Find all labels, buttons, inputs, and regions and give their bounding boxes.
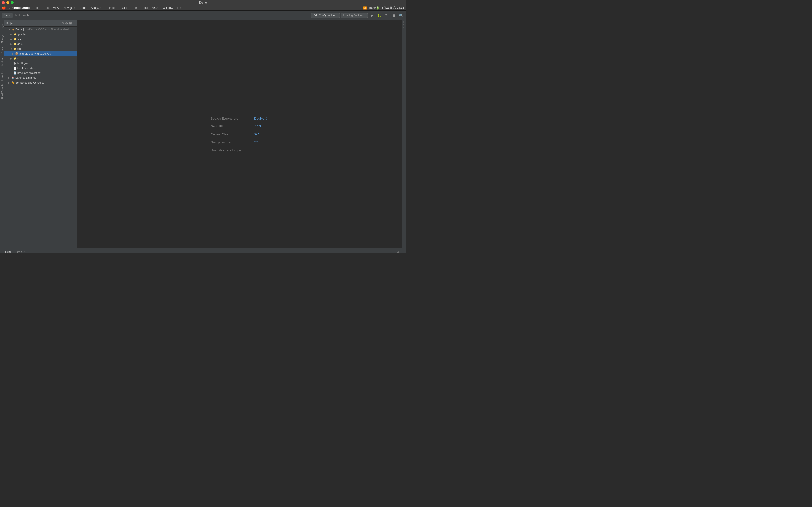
minimize-button[interactable]: [6, 1, 9, 4]
window-controls[interactable]: [2, 1, 13, 4]
right-sidebar: Gradle: [402, 20, 406, 248]
app-name-menu[interactable]: Android Studio: [8, 6, 32, 10]
tree-arrow-extlib: ▶: [8, 76, 11, 79]
tree-path-demo: ~/Desktop/GDT_unionNormal_Android...: [27, 28, 71, 31]
sync-button[interactable]: ⟳: [383, 12, 390, 18]
bottom-panel: Build Sync × ⚙ − ▶ ⟳ 🔍 ● Demo: failed at…: [0, 248, 406, 253]
edit-menu[interactable]: Edit: [42, 6, 51, 10]
build-tab[interactable]: Build: [2, 249, 13, 254]
jar-icon: 📦: [15, 52, 18, 55]
tree-label-aars: aars: [17, 43, 22, 45]
sync-tab-close[interactable]: ×: [24, 250, 26, 253]
settings-panel-icon[interactable]: ⚙: [65, 21, 68, 25]
editor-hints: Search Everywhere Double ⇧ Go to File ⇧⌘…: [211, 117, 268, 152]
bottom-tabs-bar: Build Sync × ⚙ −: [0, 248, 406, 253]
tree-label-src: src: [17, 57, 21, 60]
gear-panel-icon[interactable]: ⊞: [69, 21, 72, 25]
tools-menu[interactable]: Tools: [140, 6, 150, 10]
project-panel-title: Project: [6, 22, 61, 25]
scratch-icon: ✏️: [11, 81, 15, 84]
hint-shortcut-gotofile: ⇧⌘N: [254, 125, 262, 128]
folder-icon-src: 📁: [13, 57, 17, 60]
build-variants-tab[interactable]: Build Variants: [0, 82, 4, 100]
tree-item-src[interactable]: ▶ 📁 src: [4, 56, 77, 61]
tree-label-localprops: local.properties: [17, 67, 36, 69]
tree-item-idea[interactable]: ▶ 📁 .idea: [4, 37, 77, 42]
tree-arrow-libs: ▼: [10, 48, 12, 50]
vcs-menu[interactable]: VCS: [151, 6, 160, 10]
tree-item-buildgradle[interactable]: ▶ 🐘 build.gradle: [4, 61, 77, 66]
txt-icon: 📄: [13, 71, 17, 74]
file-tab[interactable]: build.gradle: [15, 14, 29, 17]
tree-label-buildgradle: build.gradle: [17, 62, 31, 65]
help-menu[interactable]: Help: [176, 6, 185, 10]
tree-label-jar: android-query-full.0.26.7.jar: [19, 52, 52, 55]
gradle-panel-tab[interactable]: Gradle: [402, 20, 405, 29]
structure-tab[interactable]: Structure: [0, 56, 4, 69]
code-menu[interactable]: Code: [78, 6, 88, 10]
tree-arrow-demo: ▼: [8, 28, 11, 31]
refactor-menu[interactable]: Refactor: [104, 6, 118, 10]
navigate-menu[interactable]: Navigate: [62, 6, 77, 10]
tree-item-jar[interactable]: ▶ 📦 android-query-full.0.26.7.jar: [4, 51, 77, 56]
sync-tab[interactable]: Sync ×: [13, 249, 28, 254]
hint-label-navbar: Navigation Bar: [211, 140, 249, 144]
menu-bar: 🍎 Android Studio File Edit View Navigate…: [0, 5, 406, 11]
tree-item-proguard[interactable]: ▶ 📄 proguard-project.txt: [4, 70, 77, 75]
folder-icon-idea: 📁: [13, 38, 17, 41]
menu-bar-right: 📶 100%🔋 8月21日 六 16:12: [363, 6, 404, 10]
folder-icon-aars: 📁: [13, 43, 17, 46]
loading-devices-button[interactable]: Loading Devices...: [341, 13, 368, 18]
tree-item-scratches[interactable]: ▶ ✏️ Scratches and Consoles: [4, 80, 77, 85]
tree-item-localprops[interactable]: ▶ 📄 local.properties: [4, 66, 77, 70]
search-toolbar-button[interactable]: 🔍: [398, 12, 404, 18]
tree-arrow-idea: ▶: [10, 38, 12, 41]
minimize-build-icon[interactable]: −: [400, 249, 404, 253]
close-button[interactable]: [2, 1, 5, 4]
maximize-button[interactable]: [11, 1, 13, 4]
resource-manager-tab[interactable]: Resource Manager: [0, 32, 4, 56]
window-menu[interactable]: Window: [161, 6, 175, 10]
hint-shortcut-navbar: ⌥↑: [254, 140, 260, 144]
stop-button[interactable]: ⏹: [391, 12, 397, 18]
library-icon: 📚: [11, 76, 15, 79]
project-tree: ▼ ◈ Demo [:] ~/Desktop/GDT_unionNormal_A…: [4, 26, 77, 248]
build-menu[interactable]: Build: [119, 6, 129, 10]
hint-label-recentfiles: Recent Files: [211, 132, 249, 136]
tree-arrow-jar: ▶: [12, 52, 14, 55]
hint-goto-file: Go to File ⇧⌘N: [211, 125, 268, 128]
hint-label-dropfiles: Drop files here to open: [211, 149, 243, 152]
tree-label-demo: Demo [:]: [15, 28, 26, 31]
tree-item-demo[interactable]: ▼ ◈ Demo [:] ~/Desktop/GDT_unionNormal_A…: [4, 27, 77, 32]
project-icon: ◈: [11, 28, 15, 31]
project-label[interactable]: Demo: [2, 13, 12, 18]
tree-item-aars[interactable]: ▶ 📁 aars: [4, 42, 77, 46]
hint-recent-files: Recent Files ⌘E: [211, 132, 268, 136]
sync-panel-icon[interactable]: ⟳: [62, 21, 64, 25]
tree-item-libs[interactable]: ▼ 📁 libs: [4, 46, 77, 51]
ide-toolbar: Demo build.gradle Add Configuration... L…: [0, 11, 406, 20]
tree-label-gradle: .gradle: [17, 33, 26, 36]
hint-navigation-bar: Navigation Bar ⌥↑: [211, 140, 268, 144]
analyze-menu[interactable]: Analyze: [89, 6, 103, 10]
battery-icon: 100%🔋: [369, 6, 380, 10]
tree-arrow-scratches: ▶: [8, 81, 11, 84]
view-menu[interactable]: View: [51, 6, 61, 10]
favorites-tab[interactable]: Favorites: [0, 69, 4, 82]
apple-logo-icon[interactable]: 🍎: [2, 6, 6, 10]
debug-button[interactable]: 🐛: [376, 12, 382, 18]
settings-build-icon[interactable]: ⚙: [395, 249, 400, 253]
datetime-label: 8月21日 六 16:12: [382, 6, 404, 10]
tree-item-gradle[interactable]: ▶ 📁 .gradle: [4, 32, 77, 37]
add-configuration-button[interactable]: Add Configuration...: [311, 13, 340, 18]
project-sidebar-tab[interactable]: Project: [0, 21, 4, 32]
close-panel-icon[interactable]: −: [73, 21, 75, 25]
window-title: Demo: [199, 1, 207, 4]
hint-drop-files: Drop files here to open: [211, 149, 268, 152]
run-button[interactable]: ▶: [369, 12, 375, 18]
tree-item-external-libraries[interactable]: ▶ 📚 External Libraries: [4, 75, 77, 80]
file-menu[interactable]: File: [33, 6, 41, 10]
hint-label-search: Search Everywhere: [211, 117, 249, 120]
run-menu[interactable]: Run: [130, 6, 139, 10]
folder-icon-libs: 📁: [13, 47, 17, 50]
